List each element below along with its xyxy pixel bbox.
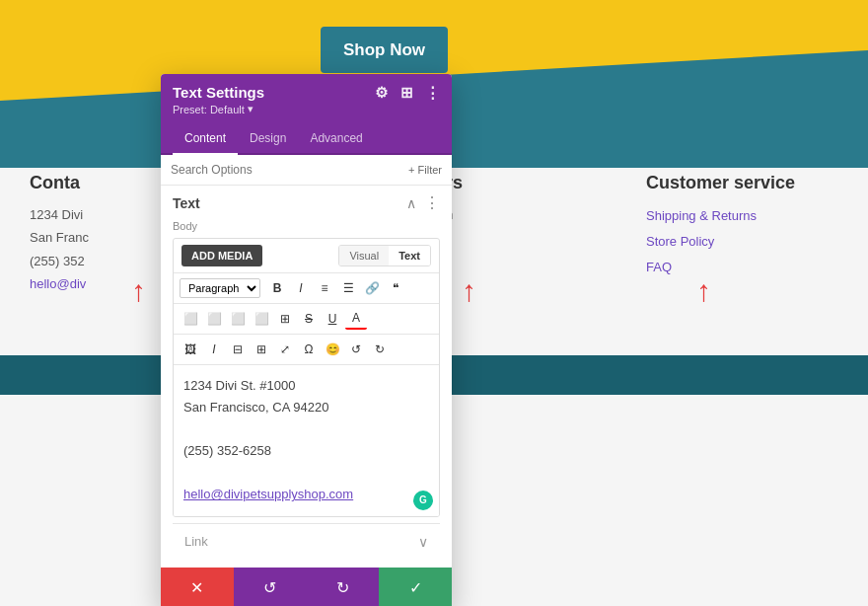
text-editor-content[interactable]: 1234 Divi St. #1000 San Francisco, CA 94…: [174, 365, 439, 516]
ordered-list-button[interactable]: ☰: [337, 277, 359, 299]
panel-columns-icon[interactable]: ⊞: [398, 85, 414, 101]
panel-title: Text Settings: [173, 84, 264, 101]
shop-now-button[interactable]: Shop Now: [321, 27, 448, 73]
redo-toolbar-button[interactable]: ↻: [369, 339, 391, 360]
tab-content[interactable]: Content: [173, 123, 238, 155]
filter-button[interactable]: + Filter: [408, 164, 442, 176]
fullscreen-button[interactable]: ⤢: [274, 339, 296, 360]
text-section-header: Text ∧ ⋮: [173, 193, 440, 212]
save-button[interactable]: ✓: [379, 568, 452, 606]
italic-button[interactable]: I: [290, 277, 312, 299]
align-left-button[interactable]: ⬜: [180, 308, 201, 330]
visual-tab[interactable]: Visual: [339, 246, 389, 265]
strikethrough-button[interactable]: S: [298, 308, 320, 330]
add-media-button[interactable]: ADD MEDIA: [181, 245, 262, 266]
panel-settings-icon[interactable]: ⚙: [373, 85, 389, 101]
store-policy-link[interactable]: Store Policy: [646, 229, 824, 255]
panel-preset-label: Preset: Default: [173, 104, 245, 115]
emoji-button[interactable]: 😊: [322, 339, 343, 360]
align-justify-button[interactable]: ⬜: [251, 308, 272, 330]
customer-service-column: Customer service Shipping & Returns Stor…: [646, 173, 824, 280]
toolbar-row-1: Paragraph B I ≡ ☰ 🔗 ❝: [174, 273, 439, 304]
table-button[interactable]: ⊞: [274, 308, 296, 330]
customer-service-heading: Customer service: [646, 173, 824, 193]
text-phone: (255) 352-6258: [183, 440, 429, 462]
section-collapse-icon[interactable]: ∧: [406, 195, 416, 211]
blockquote-button[interactable]: ❝: [385, 277, 406, 299]
faq-link[interactable]: FAQ: [646, 255, 824, 280]
redo-button[interactable]: ↻: [307, 568, 380, 606]
panel-search-bar: + Filter: [161, 155, 452, 186]
panel-tabs: Content Design Advanced: [161, 123, 452, 155]
cancel-button[interactable]: ✕: [161, 568, 234, 606]
unordered-list-button[interactable]: ≡: [314, 277, 335, 299]
grammarly-icon: G: [413, 491, 433, 510]
section-actions: ∧ ⋮: [406, 193, 440, 212]
panel-footer: ✕ ↺ ↻ ✓: [161, 568, 452, 606]
panel-header-icons: ⚙ ⊞ ⋮: [373, 85, 440, 101]
link-label: Link: [184, 534, 208, 549]
panel-preset[interactable]: Preset: Default ▾: [173, 103, 440, 115]
text-empty-line2: [183, 462, 429, 484]
red-arrow-contact: ↑: [131, 276, 146, 306]
tab-design[interactable]: Design: [238, 123, 298, 155]
body-label: Body: [173, 220, 440, 232]
undo-toolbar-button[interactable]: ↺: [345, 339, 367, 360]
paragraph-select[interactable]: Paragraph: [180, 278, 260, 298]
align-right-button[interactable]: ⬜: [227, 308, 249, 330]
editor-mode-tabs: Visual Text: [338, 245, 431, 266]
text-tab[interactable]: Text: [389, 246, 430, 265]
editor-top-row: ADD MEDIA Visual Text: [174, 239, 439, 273]
tab-advanced[interactable]: Advanced: [298, 123, 374, 155]
outdent-button[interactable]: ⊞: [251, 339, 272, 360]
link-chevron-icon[interactable]: ∨: [418, 534, 428, 550]
underline-button[interactable]: U: [322, 308, 343, 330]
text-address-line1: 1234 Divi St. #1000: [183, 375, 429, 397]
image-button[interactable]: 🖼: [180, 339, 201, 360]
text-address-line2: San Francisco, CA 94220: [183, 397, 429, 418]
toolbar-row-3: 🖼 I ⊟ ⊞ ⤢ Ω 😊 ↺ ↻: [174, 335, 439, 365]
indent-button[interactable]: ⊟: [227, 339, 249, 360]
link-section: Link ∨: [173, 523, 440, 560]
toolbar-row-2: ⬜ ⬜ ⬜ ⬜ ⊞ S U A: [174, 304, 439, 335]
panel-more-icon[interactable]: ⋮: [424, 85, 440, 101]
search-options-input[interactable]: [171, 163, 402, 177]
panel-preset-arrow: ▾: [248, 103, 253, 115]
align-center-button[interactable]: ⬜: [203, 308, 225, 330]
section-more-icon[interactable]: ⋮: [424, 193, 440, 212]
text-empty-line: [183, 418, 429, 440]
red-arrow-hours: ↑: [462, 276, 476, 306]
special-chars-button[interactable]: Ω: [298, 339, 320, 360]
editor-area: ADD MEDIA Visual Text Paragraph B I ≡ ☰ …: [173, 238, 440, 517]
bold-button[interactable]: B: [266, 277, 288, 299]
panel-header-title-row: Text Settings ⚙ ⊞ ⋮: [173, 84, 440, 101]
section-title: Text: [173, 195, 200, 211]
undo-button[interactable]: ↺: [234, 568, 307, 606]
text-settings-panel: Text Settings ⚙ ⊞ ⋮ Preset: Default ▾ Co…: [161, 74, 452, 606]
panel-header: Text Settings ⚙ ⊞ ⋮ Preset: Default ▾: [161, 74, 452, 123]
italic2-button[interactable]: I: [203, 339, 225, 360]
shipping-returns-link[interactable]: Shipping & Returns: [646, 203, 824, 229]
link-button[interactable]: 🔗: [361, 277, 383, 299]
text-email[interactable]: hello@divipetsupplyshop.com: [183, 487, 353, 501]
text-color-button[interactable]: A: [345, 308, 367, 330]
panel-body: Text ∧ ⋮ Body ADD MEDIA Visual Text Para…: [161, 186, 452, 568]
red-arrow-service: ↑: [696, 276, 711, 306]
